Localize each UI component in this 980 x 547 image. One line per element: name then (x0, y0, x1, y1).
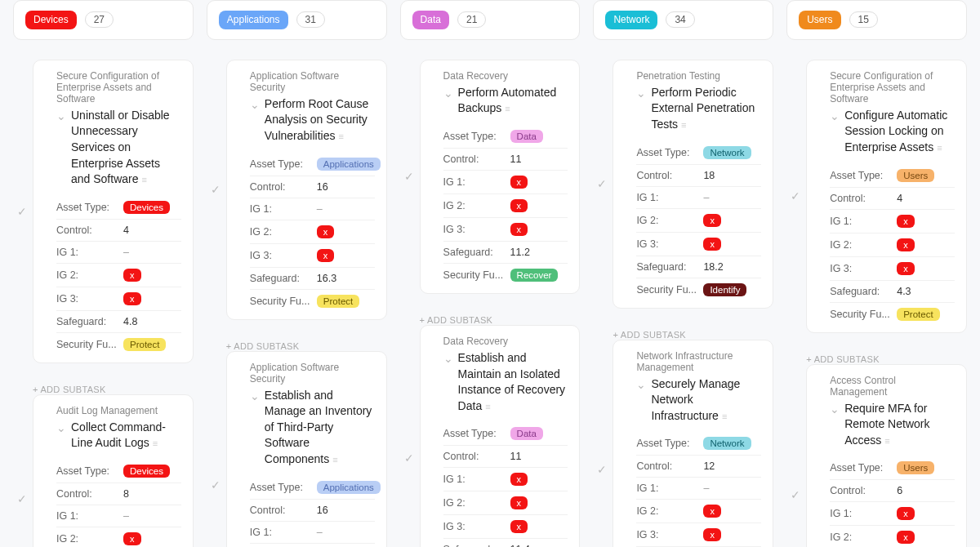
field-control-value: 8 (123, 488, 129, 500)
field-control-label: Control: (830, 485, 897, 496)
card-fields: Asset Type:ApplicationsControl:16IG 1:–I… (250, 153, 375, 313)
safeguard-text: 11.4 (510, 544, 530, 547)
ig-x-badge: x (123, 292, 141, 305)
field-ig2-label: IG 2: (443, 200, 510, 211)
field-ig1-label: IG 1: (250, 527, 317, 538)
ig-dash: – (317, 527, 323, 538)
control-text: 8 (123, 488, 129, 500)
field-asset-type: Asset Type:Network (636, 432, 761, 455)
field-asset-type-label: Asset Type: (830, 462, 897, 474)
field-ig1-value: – (703, 483, 709, 494)
field-ig1: IG 1:x (443, 467, 568, 491)
add-subtask-button[interactable]: + ADD SUBTASK (420, 310, 581, 325)
more-icon[interactable]: ≡ (485, 402, 490, 411)
field-security-fu: Security Fu...Recover (443, 263, 568, 287)
more-icon[interactable]: ≡ (153, 438, 158, 448)
more-icon[interactable]: ≡ (338, 131, 343, 141)
task-card[interactable]: ✓Data Recovery⌄Perform Automated Backups… (420, 60, 581, 294)
field-security-fu: Security Fu...Protect (250, 289, 375, 313)
more-icon[interactable]: ≡ (722, 411, 727, 421)
field-ig3: IG 3:x (636, 523, 761, 546)
check-icon[interactable]: ✓ (791, 488, 800, 501)
column-header-inner[interactable]: Data21 (400, 0, 581, 40)
subtask-icon: ⌄ (830, 109, 840, 122)
field-ig1: IG 1:– (56, 241, 181, 263)
card-title-row: ⌄Perform Periodic External Penetration T… (636, 85, 761, 133)
add-subtask-button[interactable]: + ADD SUBTASK (226, 336, 387, 351)
field-asset-type: Asset Type:Network (636, 141, 761, 164)
field-ig2: IG 2:x (636, 499, 761, 523)
check-icon[interactable]: ✓ (17, 205, 27, 218)
add-subtask-button[interactable]: + ADD SUBTASK (33, 380, 194, 394)
task-card[interactable]: ✓Audit Log Management⌄Collect Command-Li… (33, 394, 194, 547)
field-asset-type-label: Asset Type: (830, 170, 897, 181)
ig-x-badge: x (703, 505, 721, 518)
column-header-inner[interactable]: Users15 (786, 0, 967, 40)
check-icon[interactable]: ✓ (791, 189, 800, 202)
asset-type-tag: Users (897, 461, 934, 474)
card-title[interactable]: Perform Periodic External Penetration Te… (651, 85, 761, 133)
field-ig1-value: – (317, 527, 323, 538)
column-header-inner[interactable]: Applications31 (207, 0, 387, 40)
field-asset-type-label: Asset Type: (56, 465, 123, 477)
check-icon[interactable]: ✓ (211, 183, 220, 196)
field-security-fu-value: Protect (317, 295, 359, 308)
add-subtask-button[interactable]: + ADD SUBTASK (806, 349, 967, 364)
task-card[interactable]: ✓Application Software Security⌄Establish… (226, 351, 387, 547)
field-ig1-value: x (510, 176, 528, 189)
task-card[interactable]: ✓Secure Configuration of Enterprise Asse… (33, 60, 194, 363)
more-icon[interactable]: ≡ (332, 455, 337, 465)
more-icon[interactable]: ≡ (142, 175, 147, 185)
task-card[interactable]: ✓Secure Configuration of Enterprise Asse… (806, 60, 967, 333)
card-title[interactable]: Establish and Manage an Inventory of Thi… (265, 388, 375, 468)
card-fields: Asset Type:ApplicationsControl:16IG 1:–I… (250, 476, 375, 547)
task-card[interactable]: ✓Network Infrastructure Management⌄Secur… (612, 340, 773, 547)
card-title[interactable]: Securely Manage Network Infrastructure≡ (651, 376, 761, 425)
field-asset-type-value: Applications (317, 158, 381, 171)
task-card[interactable]: ✓Access Control Management⌄Require MFA f… (806, 364, 967, 547)
column-body: ✓Application Software Security⌄Perform R… (207, 60, 387, 547)
field-control: Control:12 (636, 455, 761, 477)
more-icon[interactable]: ≡ (937, 143, 942, 153)
asset-type-tag: Users (897, 169, 934, 182)
field-security-fu-label: Security Fu... (830, 309, 897, 320)
check-icon[interactable]: ✓ (404, 451, 414, 465)
field-asset-type-value: Network (703, 146, 751, 159)
column-count: 21 (457, 11, 486, 28)
card-title[interactable]: Establish and Maintain an Isolated Insta… (458, 350, 568, 414)
ig-x-badge: x (897, 238, 915, 251)
more-icon[interactable]: ≡ (505, 104, 510, 113)
more-icon[interactable]: ≡ (884, 436, 889, 446)
field-ig1-label: IG 1: (56, 510, 123, 522)
card-title[interactable]: Perform Automated Backups≡ (458, 85, 568, 117)
field-ig3-label: IG 3: (56, 293, 123, 305)
card-title[interactable]: Perform Root Cause Analysis on Security … (265, 96, 375, 145)
card-title[interactable]: Collect Command-Line Audit Logs≡ (71, 420, 181, 451)
field-control-label: Control: (250, 181, 317, 193)
column-header-inner[interactable]: Network34 (593, 0, 773, 40)
task-card[interactable]: ✓Penetration Testing⌄Perform Periodic Ex… (612, 60, 773, 309)
check-icon[interactable]: ✓ (211, 478, 220, 491)
check-icon[interactable]: ✓ (17, 492, 27, 505)
check-icon[interactable]: ✓ (404, 170, 414, 183)
check-icon[interactable]: ✓ (597, 177, 607, 190)
field-ig1-label: IG 1: (443, 474, 510, 485)
field-ig2-label: IG 2: (830, 239, 897, 251)
asset-type-tag: Applications (317, 481, 381, 494)
column: Devices27✓Secure Configuration of Enterp… (13, 0, 194, 547)
task-card[interactable]: ✓Data Recovery⌄Establish and Maintain an… (420, 325, 581, 547)
add-subtask-button[interactable]: + ADD SUBTASK (612, 325, 773, 340)
check-icon[interactable]: ✓ (597, 463, 607, 476)
field-ig3: IG 3:x (250, 243, 375, 267)
field-control-label: Control: (636, 460, 703, 472)
card-title[interactable]: Require MFA for Remote Network Access≡ (844, 401, 955, 449)
field-safeguard-label: Safeguard: (443, 544, 510, 547)
column-header-inner[interactable]: Devices27 (13, 0, 194, 40)
card-title[interactable]: Configure Automatic Session Locking on E… (844, 108, 955, 156)
card-title[interactable]: Uninstall or Disable Unnecessary Service… (71, 108, 181, 188)
field-control-label: Control: (830, 193, 897, 204)
more-icon[interactable]: ≡ (681, 120, 686, 130)
field-ig1: IG 1:– (636, 186, 761, 208)
ig-dash: – (123, 510, 129, 522)
task-card[interactable]: ✓Application Software Security⌄Perform R… (226, 60, 387, 320)
